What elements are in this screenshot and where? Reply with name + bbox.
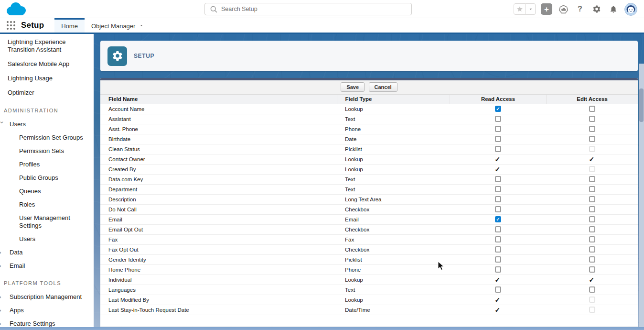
favorites-dropdown-button[interactable]: [526, 3, 536, 15]
field-name-cell: Created By: [100, 164, 337, 174]
sidebar-item[interactable]: ›Users: [0, 118, 94, 131]
sidebar-item[interactable]: ›Profiles: [0, 158, 94, 171]
edit-access-checkbox[interactable]: [589, 116, 595, 122]
salesforce-logo[interactable]: [4, 1, 29, 19]
sidebar-item[interactable]: ›Salesforce Mobile App: [0, 57, 94, 71]
edit-access-checkbox[interactable]: [589, 176, 595, 182]
read-access-checkbox[interactable]: [495, 266, 501, 273]
edit-access-checkbox[interactable]: [589, 126, 595, 132]
sidebar-item: ›PLATFORM TOOLS: [0, 273, 94, 290]
column-header-read-access: Read Access: [450, 95, 547, 104]
read-access-checkbox[interactable]: [495, 286, 501, 293]
field-type-cell: Text: [337, 174, 450, 184]
help-icon[interactable]: ?: [574, 3, 586, 15]
sidebar-item[interactable]: ›Apps: [0, 304, 94, 317]
cancel-button[interactable]: Cancel: [369, 82, 397, 92]
sidebar-item[interactable]: ›Queues: [0, 185, 94, 198]
sidebar-item[interactable]: ›Lightning Usage: [0, 71, 94, 86]
edit-access-checkbox[interactable]: [589, 226, 595, 232]
sidebar-item[interactable]: ›Permission Sets: [0, 144, 94, 158]
edit-access-checkbox[interactable]: [589, 307, 595, 313]
sidebar-item[interactable]: ›Users: [0, 232, 94, 246]
quick-create-button[interactable]: +: [541, 3, 552, 15]
page-scrollbar[interactable]: [639, 64, 644, 327]
read-access-checkbox[interactable]: [495, 165, 502, 173]
sidebar-item[interactable]: ›Optimizer: [0, 86, 94, 100]
read-access-checkbox[interactable]: [495, 196, 501, 202]
chevron-down-icon: [139, 22, 144, 30]
field-type-cell: Fax: [337, 234, 450, 244]
read-access-checkbox[interactable]: [495, 155, 502, 163]
sidebar-item[interactable]: ›Email: [0, 259, 94, 273]
field-type-cell: Lookup: [337, 154, 450, 164]
scrollbar-thumb[interactable]: [639, 88, 644, 122]
app-launcher-icon[interactable]: [7, 21, 15, 30]
read-access-checkbox[interactable]: [495, 256, 501, 263]
edit-access-checkbox[interactable]: [589, 186, 595, 192]
edit-access-checkbox[interactable]: [589, 146, 595, 152]
read-access-checkbox[interactable]: [495, 276, 502, 284]
nav-tab[interactable]: Object Manager: [85, 18, 151, 33]
read-access-checkbox[interactable]: [495, 236, 501, 242]
search-input[interactable]: [221, 6, 393, 12]
table-row: Contact Owner Lookup: [100, 154, 638, 164]
field-name-cell: Individual: [100, 275, 337, 285]
read-access-checkbox[interactable]: [495, 246, 501, 253]
notifications-bell-icon[interactable]: [608, 3, 619, 15]
edit-access-checkbox[interactable]: [589, 136, 595, 142]
read-access-checkbox[interactable]: [495, 186, 501, 192]
read-access-checkbox[interactable]: [495, 206, 501, 212]
table-row: Clean Status Picklist: [100, 144, 638, 154]
sidebar-item: ›ADMINISTRATION: [0, 100, 94, 118]
edit-access-checkbox[interactable]: [589, 216, 595, 222]
read-access-checkbox[interactable]: [495, 296, 502, 304]
read-access-checkbox[interactable]: [495, 136, 501, 142]
nav-tab[interactable]: Home: [54, 18, 85, 33]
trailhead-icon[interactable]: [558, 3, 569, 15]
save-button[interactable]: Save: [341, 82, 365, 92]
read-access-checkbox[interactable]: [495, 126, 501, 132]
sidebar-item[interactable]: ›Public Groups: [0, 171, 94, 185]
chevron-icon: ›: [0, 262, 6, 270]
edit-access-checkbox[interactable]: [589, 196, 595, 202]
table-row: Do Not Call Checkbox: [100, 204, 638, 214]
edit-access-checkbox[interactable]: [589, 276, 595, 284]
edit-access-checkbox[interactable]: [589, 236, 595, 242]
chevron-icon: ›: [0, 121, 6, 128]
sidebar-item[interactable]: ›User Management Settings: [0, 211, 94, 232]
sidebar-item[interactable]: ›Subscription Management: [0, 290, 94, 304]
favorite-star-button[interactable]: [514, 3, 526, 15]
read-access-checkbox[interactable]: [495, 216, 501, 222]
field-name-cell: Last Stay-in-Touch Request Date: [100, 305, 337, 315]
edit-access-checkbox[interactable]: [589, 246, 595, 253]
field-type-cell: Lookup: [337, 164, 450, 174]
edit-access-checkbox[interactable]: [589, 166, 595, 172]
sidebar-item[interactable]: ›Lightning Experience Transition Assista…: [0, 35, 94, 57]
setup-gear-icon[interactable]: [591, 3, 602, 15]
sidebar-item[interactable]: ›Permission Set Groups: [0, 131, 94, 144]
column-header-field-name: Field Name: [100, 95, 337, 104]
field-type-cell: Date/Time: [337, 305, 450, 315]
edit-access-checkbox[interactable]: [589, 206, 595, 212]
chevron-icon: ›: [0, 249, 6, 256]
edit-access-checkbox[interactable]: [589, 286, 595, 293]
read-access-checkbox[interactable]: [495, 106, 501, 112]
field-name-cell: Description: [100, 194, 337, 204]
setup-search-box[interactable]: [204, 3, 412, 15]
main-content: SETUP Save Cancel Field Name Field Type …: [94, 34, 644, 330]
read-access-checkbox[interactable]: [495, 306, 502, 314]
edit-access-checkbox[interactable]: [589, 106, 595, 112]
read-access-checkbox[interactable]: [495, 226, 501, 232]
edit-access-checkbox[interactable]: [589, 256, 595, 263]
read-access-checkbox[interactable]: [495, 176, 501, 182]
field-type-cell: Picklist: [337, 144, 450, 154]
edit-access-checkbox[interactable]: [589, 155, 595, 163]
entity-header-card: SETUP: [100, 41, 638, 71]
edit-access-checkbox[interactable]: [589, 266, 595, 273]
sidebar-item[interactable]: ›Data: [0, 246, 94, 259]
read-access-checkbox[interactable]: [495, 116, 501, 122]
edit-access-checkbox[interactable]: [589, 297, 595, 303]
user-avatar[interactable]: [624, 3, 637, 16]
read-access-checkbox[interactable]: [495, 146, 501, 152]
sidebar-item[interactable]: ›Roles: [0, 198, 94, 211]
